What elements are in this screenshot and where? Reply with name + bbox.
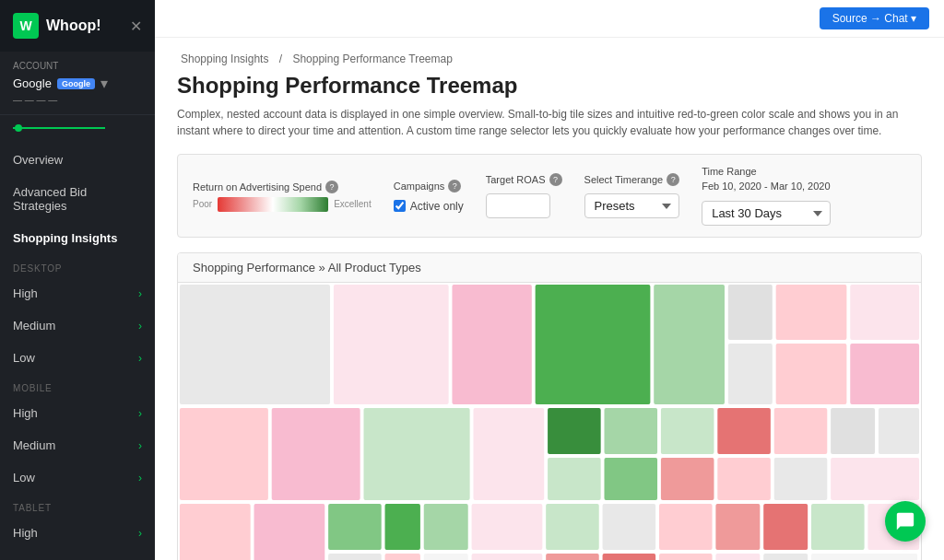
svg-rect-44	[385, 554, 420, 560]
roas-label: Return on Advertising Spend ?	[193, 181, 372, 193]
svg-rect-6	[654, 285, 725, 404]
section-label-desktop: DESKTOP	[0, 254, 155, 277]
svg-point-1	[15, 124, 22, 132]
select-timerange-label: Select Timerange ?	[584, 173, 680, 186]
svg-rect-36	[546, 504, 599, 550]
section-label-mobile: MOBILE	[0, 374, 155, 397]
sidebar-item-tablet-medium[interactable]: Medium ›	[0, 549, 155, 560]
time-range-label: Time Range	[702, 166, 830, 177]
svg-rect-35	[472, 504, 543, 550]
svg-rect-18	[604, 408, 657, 454]
sidebar-item-desktop-high[interactable]: High ›	[0, 277, 155, 309]
account-value: Google Google ▾	[13, 75, 142, 92]
campaigns-info-icon[interactable]: ?	[448, 180, 461, 192]
sidebar-item-desktop-medium[interactable]: Medium ›	[0, 309, 155, 342]
sidebar-item-tablet-high[interactable]: High ›	[0, 517, 155, 549]
svg-rect-33	[385, 504, 420, 550]
arrow-icon: ›	[138, 407, 142, 420]
sidebar: W Whoop! ✕ Account Google Google ▾ — — —…	[0, 0, 155, 560]
svg-rect-29	[831, 458, 919, 500]
select-timerange-group: Select Timerange ? Presets Custom	[584, 173, 680, 218]
treemap-section: Shopping Performance » All Product Types	[177, 252, 922, 560]
sidebar-item-desktop-low[interactable]: Low ›	[0, 342, 155, 374]
svg-rect-8	[776, 285, 847, 340]
svg-rect-39	[715, 504, 760, 550]
active-only-checkbox[interactable]	[394, 200, 406, 212]
svg-rect-40	[763, 504, 808, 550]
svg-rect-2	[180, 285, 330, 404]
svg-rect-13	[180, 408, 268, 500]
sidebar-item-advanced-bid[interactable]: Advanced Bid Strategies	[0, 176, 155, 222]
roas-scale-group: Return on Advertising Spend ? Poor Excel…	[193, 181, 372, 212]
svg-rect-46	[472, 554, 543, 560]
account-dropdown-icon[interactable]: ▾	[100, 75, 108, 92]
svg-rect-24	[548, 458, 601, 500]
breadcrumb-part1[interactable]: Shopping Insights	[181, 52, 268, 65]
time-range-select[interactable]: Last 30 Days Last 7 Days Last 90 Days	[702, 201, 830, 226]
treemap-header: Shopping Performance » All Product Types	[178, 253, 921, 283]
svg-rect-50	[715, 554, 760, 560]
close-icon[interactable]: ✕	[130, 18, 142, 35]
target-roas-input[interactable]: 6,85	[486, 193, 550, 218]
svg-rect-21	[774, 408, 828, 454]
arrow-icon: ›	[138, 320, 142, 332]
content-area: Shopping Insights / Shopping Performance…	[155, 38, 944, 560]
svg-rect-4	[452, 285, 531, 404]
main-content: Source → Chat ▾ Shopping Insights / Shop…	[155, 0, 944, 560]
svg-rect-31	[254, 504, 325, 560]
account-section: Account Google Google ▾ — — — —	[0, 52, 155, 115]
timerange-select[interactable]: Presets Custom	[584, 193, 680, 218]
sidebar-item-mobile-high[interactable]: High ›	[0, 397, 155, 429]
sidebar-item-mobile-medium[interactable]: Medium ›	[0, 429, 155, 461]
treemap-svg	[178, 283, 921, 560]
arrow-icon: ›	[138, 527, 142, 540]
sidebar-item-shopping-insights[interactable]: Shopping Insights	[0, 222, 155, 254]
svg-rect-26	[661, 458, 714, 500]
svg-rect-32	[328, 504, 382, 550]
svg-rect-20	[717, 408, 771, 454]
target-roas-group: Target ROAS ? 6,85	[486, 173, 562, 218]
svg-rect-9	[850, 285, 919, 340]
svg-rect-49	[659, 554, 713, 560]
roas-poor-label: Poor	[193, 199, 212, 209]
svg-rect-41	[811, 504, 865, 550]
svg-rect-52	[811, 554, 917, 560]
section-label-tablet: TABLET	[0, 494, 155, 517]
top-bar: Source → Chat ▾	[155, 0, 944, 38]
breadcrumb: Shopping Insights / Shopping Performance…	[177, 52, 922, 65]
logo-icon: W	[13, 13, 39, 39]
svg-rect-43	[328, 554, 382, 560]
arrow-icon: ›	[138, 439, 142, 452]
svg-rect-14	[272, 408, 360, 500]
svg-rect-27	[717, 458, 771, 500]
chat-button[interactable]	[885, 501, 926, 542]
account-label: Account	[13, 61, 142, 71]
campaigns-group: Campaigns ? Active only	[394, 180, 464, 213]
arrow-icon: ›	[138, 287, 142, 300]
account-name: Google	[13, 76, 52, 90]
roas-info-icon[interactable]: ?	[325, 181, 338, 193]
nav-indicator	[0, 115, 155, 144]
svg-rect-28	[774, 458, 828, 500]
source-chat-button[interactable]: Source → Chat ▾	[820, 7, 929, 29]
svg-rect-37	[603, 504, 656, 550]
sidebar-item-overview[interactable]: Overview	[0, 144, 155, 176]
svg-rect-22	[831, 408, 875, 454]
svg-rect-5	[536, 285, 651, 404]
target-roas-label: Target ROAS ?	[486, 173, 562, 186]
timerange-info-icon[interactable]: ?	[667, 173, 679, 186]
sidebar-item-mobile-low[interactable]: Low ›	[0, 461, 155, 494]
account-badge: Google	[57, 78, 95, 89]
target-roas-info-icon[interactable]: ?	[549, 173, 562, 186]
svg-rect-19	[661, 408, 714, 454]
svg-rect-38	[659, 504, 713, 550]
account-sub: — — — —	[13, 95, 142, 105]
svg-rect-47	[546, 554, 599, 560]
breadcrumb-part2[interactable]: Shopping Performance Treemap	[292, 52, 452, 65]
time-range-group: Time Range Feb 10, 2020 - Mar 10, 2020 L…	[702, 166, 830, 226]
svg-rect-11	[776, 344, 847, 404]
svg-rect-17	[548, 408, 601, 454]
treemap-container	[178, 283, 921, 560]
campaigns-label: Campaigns ?	[394, 180, 464, 192]
breadcrumb-separator: /	[279, 52, 286, 65]
